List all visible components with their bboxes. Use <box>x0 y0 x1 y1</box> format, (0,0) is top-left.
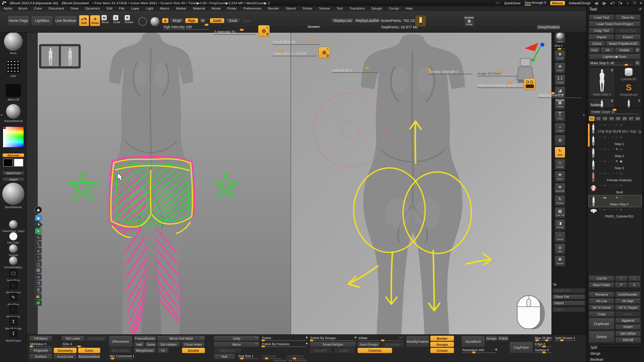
floor-button[interactable]: xyz⊥Floor <box>555 111 565 122</box>
roll[interactable]: Roll <box>214 354 235 359</box>
polish[interactable]: Polish <box>498 336 509 341</box>
deep-shadow-button[interactable]: DeepShadow <box>537 25 560 30</box>
all-to-home[interactable]: All To Home <box>589 305 614 310</box>
polish-by-groups-mode-dot[interactable] <box>355 337 356 338</box>
bpr-button[interactable]: BPR <box>555 32 565 43</box>
eye-icon[interactable]: ◉ <box>620 123 622 127</box>
fillobject[interactable]: FillObject <box>29 336 52 341</box>
cursor-icon[interactable]: ➤ <box>34 220 43 229</box>
halfshade-icon[interactable]: ◑ <box>612 135 614 139</box>
xyz-button[interactable]: ↻XYZ <box>555 147 565 158</box>
make-step-0-48[interactable]: Make Step 0. 48 <box>589 60 634 66</box>
ac-toggle[interactable]: AC <box>495 1 500 5</box>
insert-button[interactable]: Insert <box>615 324 641 330</box>
sdiv-4[interactable]: SDiv 4 <box>61 342 85 347</box>
save-as[interactable]: Save As <box>615 15 640 20</box>
flatten-icon[interactable]: ▾ <box>599 184 601 187</box>
menu-marker[interactable]: Marker <box>173 6 190 11</box>
frame-button[interactable]: ◻Frame <box>555 159 565 170</box>
subtool-tab-v1[interactable]: V1 <box>589 116 595 121</box>
all-to-target[interactable]: All To Target <box>615 305 640 310</box>
menu-alpha[interactable]: Alpha <box>0 6 15 11</box>
shade-icon[interactable]: ◐ <box>608 184 610 187</box>
shade-icon[interactable]: ◐ <box>608 123 610 127</box>
menu-material[interactable]: Material <box>190 6 208 11</box>
stroke-picker-icon[interactable] <box>138 17 147 26</box>
boolean-section[interactable]: Boolean <box>586 356 644 362</box>
mini-lasso-icon[interactable]: ◌ <box>9 281 18 290</box>
item[interactable]: ↳ <box>628 282 640 288</box>
subtool-item-skull[interactable]: ▾●●◐◑✎◉Skull <box>588 183 642 195</box>
cylinder3d-tool-thumb[interactable]: Cylinder3D <box>616 67 641 81</box>
eye-icon[interactable]: ◉ <box>620 172 622 175</box>
subtool-item-female-anatomy[interactable]: ▾●●◐◑✎◉Female Anatomy <box>588 171 642 183</box>
shade-icon[interactable]: ◐ <box>608 148 610 151</box>
storemt[interactable]: StoreMT <box>309 348 332 353</box>
mini-down-icon[interactable]: ↧ <box>9 329 18 338</box>
item[interactable]: ↓ <box>628 276 640 281</box>
polypaint-toggle-icon[interactable]: ●● <box>603 196 607 199</box>
item[interactable]: ↱ <box>615 282 627 288</box>
focal-shift-slider[interactable]: Focal Shift 62 <box>272 40 321 45</box>
lightbox-tools[interactable]: Lightbox▶Tools <box>589 54 640 59</box>
eye-icon[interactable]: ◉ <box>620 184 622 187</box>
sculpt-brush-icon[interactable]: ✎ <box>616 123 618 127</box>
flatten-icon[interactable]: ▾ <box>599 148 601 151</box>
sculpt-brush-icon[interactable]: ✎ <box>616 160 618 163</box>
min-connected-1[interactable]: Min Connected 1 <box>109 354 133 359</box>
all-high[interactable]: All High <box>615 298 640 304</box>
polypaint-toggle-icon[interactable]: ●● <box>603 123 606 127</box>
dynamic-persp-button[interactable]: Dynamic ▦ Persp <box>464 15 474 27</box>
live-boolean-button[interactable]: Live Boolean <box>55 16 77 26</box>
rename[interactable]: Rename <box>589 292 614 297</box>
minimize-icon[interactable]: ⇂ <box>626 1 629 5</box>
resolution-400-mode-dot[interactable] <box>495 349 497 350</box>
movie-camera-icon[interactable] <box>524 78 535 90</box>
shade-icon[interactable]: ◐ <box>608 172 610 175</box>
palette-icon[interactable] <box>35 293 42 299</box>
menu-render[interactable]: Render <box>265 6 282 11</box>
item[interactable]: ↑ <box>615 276 627 281</box>
spix-3-slider[interactable]: SPix 3 <box>554 44 566 49</box>
menu-dynamics[interactable]: Dynamics <box>82 6 103 11</box>
halfshade-icon[interactable]: ◑ <box>612 196 614 199</box>
subtool-item-step-2[interactable]: ▾●●◐◑✎◉Step 2 <box>588 147 642 159</box>
document-canvas[interactable] <box>38 33 551 334</box>
lazyradius[interactable]: LazyRadius <box>286 354 306 359</box>
zoom3d-button[interactable]: ⊕Zoom3D <box>555 183 565 194</box>
current-tool-thumb[interactable]: 8 Make Step 0 <box>589 67 615 97</box>
r[interactable]: R <box>634 60 640 66</box>
subtool-tab-v7[interactable]: V7 <box>628 116 634 121</box>
menu-zplugin[interactable]: Zplugin <box>368 6 385 11</box>
halfshade-icon[interactable]: ◑ <box>612 123 614 127</box>
material-thumb-icon[interactable] <box>9 256 18 265</box>
sculptris-pro-button[interactable]: ⊕✎ S <box>258 25 270 37</box>
del-lower[interactable]: Del Lower <box>61 336 85 341</box>
eye-icon[interactable]: ◉ <box>620 208 622 211</box>
zsub-button[interactable]: Zsub <box>226 18 240 23</box>
mirror-and-weld[interactable]: Mirror And Weldxyz <box>157 336 205 341</box>
alpha-a-button[interactable]: A <box>162 18 169 23</box>
groups[interactable]: Groups <box>430 342 454 347</box>
uv[interactable]: Uv <box>157 348 169 353</box>
flatten-icon[interactable]: ▾ <box>599 208 601 211</box>
close-holes[interactable]: Close Holes <box>182 342 205 347</box>
clipboard-icon[interactable]: ❐ <box>35 280 42 286</box>
color[interactable]: Color <box>78 348 100 353</box>
replay-last-rel-button[interactable]: ReplayLastRel <box>355 18 379 23</box>
polypaint-toggle-icon[interactable]: ●● <box>603 184 606 187</box>
rgb-button[interactable]: Rgb <box>185 18 198 23</box>
menu-zscript[interactable]: Zscript <box>386 6 403 11</box>
zadd-button[interactable]: Zadd <box>210 18 224 23</box>
sculpt-brush-icon[interactable]: ✎ <box>616 148 618 151</box>
dynamic-label[interactable]: Dynamic <box>308 25 320 28</box>
color-picker[interactable] <box>3 126 24 148</box>
menu-light[interactable]: Light <box>143 6 156 11</box>
freezeborder[interactable]: FreezeBorder <box>134 336 156 341</box>
home-page-button[interactable]: Home Page <box>8 16 29 26</box>
gravity-strength-slider[interactable]: Gravity Strength 0 <box>428 69 473 74</box>
shelf-resize-handle[interactable]: ▲▼ <box>274 359 307 362</box>
clone-txtr-button[interactable]: Clone Txtr <box>552 294 585 299</box>
geometry[interactable]: Geometry <box>54 348 77 353</box>
paste-tool[interactable]: Paste Tool <box>615 28 640 33</box>
